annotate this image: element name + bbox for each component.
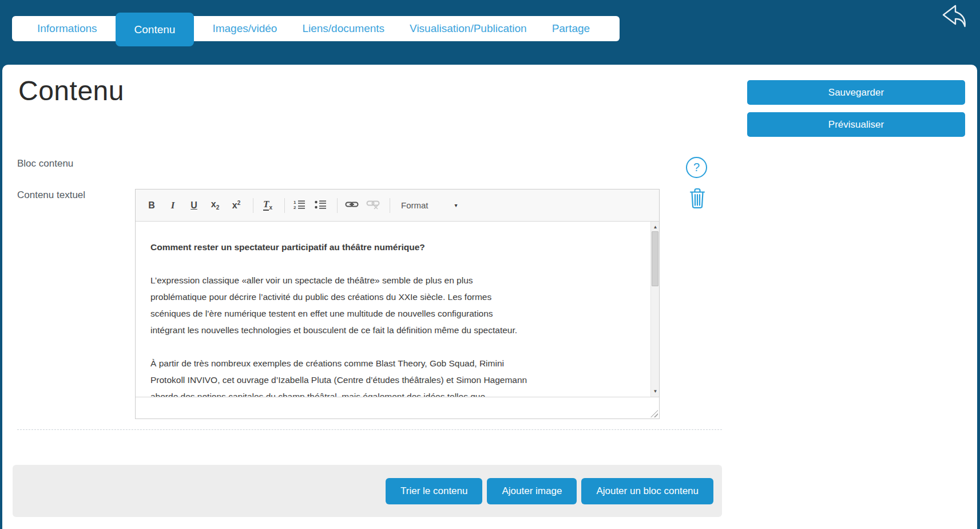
paragraph-line: Protokoll INVIVO, cet ouvrage d’Izabella… <box>150 372 633 388</box>
rich-text-editor: B I U x2 x2 Tx 1 2 <box>135 189 660 419</box>
scrollbar-up-icon[interactable]: ▲ <box>651 223 659 231</box>
editor-toolbar: B I U x2 x2 Tx 1 2 <box>136 190 659 222</box>
toolbar-separator <box>337 198 338 213</box>
svg-text:1: 1 <box>293 200 296 205</box>
remove-format-button[interactable]: Tx <box>261 199 275 211</box>
tab-visualisation-publication[interactable]: Visualisation/Publication <box>397 16 539 41</box>
add-image-button[interactable]: Ajouter image <box>487 478 577 504</box>
subscript-button[interactable]: x2 <box>208 200 222 211</box>
editor-paragraph: À partir de très nombreux exemples de cr… <box>150 355 633 397</box>
paragraph-line: L’expression classique «aller voir un sp… <box>150 272 633 289</box>
paragraph-line: aborde des notions capitales du champ th… <box>150 388 633 397</box>
format-dropdown-label: Format <box>401 200 428 210</box>
superscript-mark: 2 <box>237 200 241 206</box>
sort-content-button[interactable]: Trier le contenu <box>386 478 482 504</box>
subscript-base: x <box>211 199 216 209</box>
scrollbar-down-icon[interactable]: ▼ <box>651 387 659 396</box>
superscript-base: x <box>232 200 237 210</box>
numbered-list-icon[interactable]: 1 2 <box>292 199 306 211</box>
editor-scrollbar[interactable]: ▲ ▼ <box>650 222 659 397</box>
delete-block-icon[interactable] <box>688 187 707 212</box>
svg-text:2: 2 <box>293 205 296 210</box>
scrollbar-thumb[interactable] <box>652 231 658 286</box>
app-window: Informations Contenu Images/vidéo Liens/… <box>0 0 980 529</box>
tab-contenu[interactable]: Contenu <box>116 13 195 46</box>
bold-button[interactable]: B <box>145 201 158 210</box>
superscript-button[interactable]: x2 <box>229 200 243 210</box>
toolbar-separator <box>253 198 253 213</box>
remove-format-base: T <box>263 199 269 211</box>
toolbar-separator <box>390 198 390 213</box>
underline-button[interactable]: U <box>187 201 201 210</box>
tab-informations[interactable]: Informations <box>25 16 110 41</box>
paragraph-line: intégrant les nouvelles technologies et … <box>150 322 633 338</box>
top-header: Informations Contenu Images/vidéo Liens/… <box>0 0 980 65</box>
tab-bar: Informations Contenu Images/vidéo Liens/… <box>12 16 620 41</box>
block-content-label: Bloc contenu <box>17 158 73 169</box>
help-glyph: ? <box>693 161 700 174</box>
editor-content-area[interactable]: Comment rester un spectateur participati… <box>136 222 659 397</box>
editor-paragraph: L’expression classique «aller voir un sp… <box>150 272 633 338</box>
paragraph-line: problématique pour décrire l’activité du… <box>150 289 633 305</box>
paragraph-line: À partir de très nombreux exemples de cr… <box>150 355 633 372</box>
editor-heading: Comment rester un spectateur participati… <box>150 239 633 255</box>
add-content-block-button[interactable]: Ajouter un bloc contenu <box>581 478 713 504</box>
resize-handle[interactable] <box>650 410 658 417</box>
bulleted-list-icon[interactable] <box>314 199 327 211</box>
subscript-mark: 2 <box>216 204 220 211</box>
italic-button[interactable]: I <box>166 200 180 210</box>
tab-liens-documents[interactable]: Liens/documents <box>289 16 397 41</box>
editor-footer <box>136 397 659 419</box>
unlink-icon <box>366 199 380 211</box>
link-icon[interactable] <box>345 200 359 211</box>
bottom-action-bar: Trier le contenu Ajouter image Ajouter u… <box>13 465 722 517</box>
back-arrow-icon[interactable] <box>939 3 966 30</box>
preview-button[interactable]: Prévisualiser <box>747 112 965 137</box>
chevron-down-icon: ▾ <box>455 202 458 208</box>
tab-partage[interactable]: Partage <box>539 16 603 41</box>
save-button[interactable]: Sauvegarder <box>747 80 965 105</box>
dashed-divider <box>17 429 722 430</box>
help-icon[interactable]: ? <box>686 157 707 178</box>
text-content-label: Contenu textuel <box>17 190 85 201</box>
remove-format-mark: x <box>269 205 272 211</box>
tab-images-video[interactable]: Images/vidéo <box>200 16 289 41</box>
toolbar-separator <box>284 198 285 213</box>
paragraph-line: scéniques de l’ère numérique testent en … <box>150 305 633 322</box>
format-dropdown[interactable]: Format ▾ <box>401 200 458 210</box>
page-title: Contenu <box>18 75 124 106</box>
content-panel: Contenu Sauvegarder Prévisualiser Bloc c… <box>2 65 977 529</box>
